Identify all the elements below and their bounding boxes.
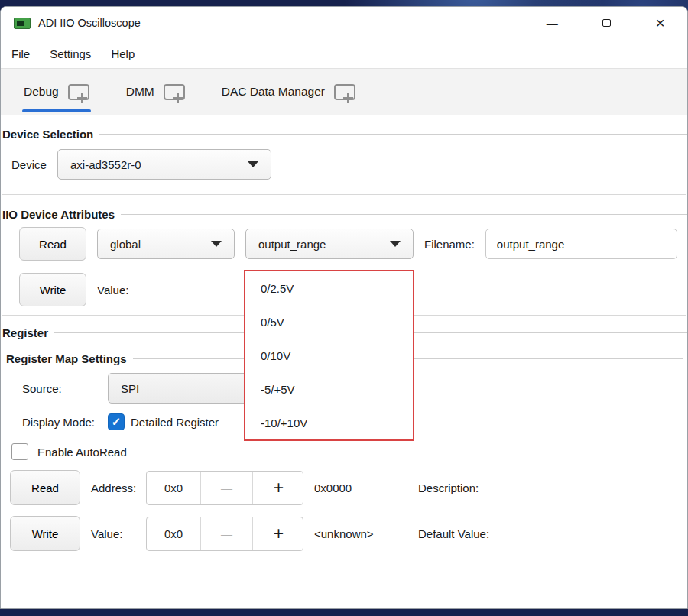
filename-label: Filename:	[424, 238, 475, 251]
minus-icon: —	[221, 527, 232, 540]
increment-button[interactable]: +	[252, 517, 304, 550]
window-controls: — ×	[525, 7, 687, 39]
output-range-dropdown-popup: 0/2.5V 0/5V 0/10V -5/+5V -10/+10V	[244, 270, 414, 441]
maximize-icon	[602, 19, 611, 27]
close-icon: ×	[656, 14, 665, 32]
caret-down-icon	[211, 241, 222, 247]
dropdown-option[interactable]: 0/10V	[245, 339, 413, 372]
register-read-button[interactable]: Read	[10, 470, 80, 505]
tab-dac-data-manager[interactable]: DAC Data Manager	[222, 69, 355, 115]
attr-name-dropdown[interactable]: output_range	[245, 229, 414, 259]
popout-plus-icon[interactable]	[164, 84, 185, 100]
address-label: Address:	[91, 481, 146, 494]
attr-name-value: output_range	[258, 238, 326, 251]
minimize-button[interactable]: —	[525, 7, 579, 39]
device-dropdown-value: axi-ad3552r-0	[70, 158, 141, 171]
address-value[interactable]: 0x0	[147, 472, 200, 504]
display-mode-label: Display Mode:	[22, 416, 102, 429]
register-read-row: Read Address: 0x0 — + 0x0000 Description…	[10, 470, 479, 505]
popout-plus-icon[interactable]	[334, 84, 355, 100]
source-label: Source:	[22, 382, 108, 395]
attr-category-dropdown[interactable]: global	[97, 229, 235, 259]
device-row: Device axi-ad3552r-0	[11, 148, 271, 181]
description-label: Description:	[418, 481, 479, 494]
decrement-button[interactable]: —	[200, 472, 252, 504]
decrement-button[interactable]: —	[200, 517, 252, 550]
register-write-button[interactable]: Write	[10, 516, 80, 551]
tab-dac-label: DAC Data Manager	[222, 85, 325, 99]
app-window: ADI IIO Oscilloscope — × File Settings H…	[0, 6, 688, 609]
menu-help[interactable]: Help	[111, 47, 135, 60]
attr-read-button[interactable]: Read	[19, 227, 86, 261]
attr-category-value: global	[110, 238, 141, 251]
device-dropdown[interactable]: axi-ad3552r-0	[57, 149, 271, 180]
plus-icon: +	[274, 478, 284, 498]
tab-debug[interactable]: Debug	[24, 69, 89, 115]
register-write-row: Write Value: 0x0 — + <unknown> Default V…	[10, 516, 489, 551]
close-button[interactable]: ×	[633, 7, 687, 39]
filename-input[interactable]	[485, 229, 677, 259]
increment-button[interactable]: +	[252, 472, 304, 504]
tab-debug-label: Debug	[24, 85, 59, 99]
attribute-write-row: Write Value:	[19, 273, 128, 306]
check-icon: ✓	[112, 415, 122, 429]
popout-plus-icon[interactable]	[68, 84, 89, 100]
app-icon	[14, 18, 31, 29]
value-display: <unknown>	[314, 527, 406, 540]
autoread-label: Enable AutoRead	[37, 446, 127, 459]
device-label: Device	[11, 158, 48, 171]
tab-bar: Debug DMM DAC Data Manager	[1, 68, 687, 115]
title-bar: ADI IIO Oscilloscope — ×	[1, 7, 687, 39]
attr-value-label: Value:	[97, 284, 128, 297]
minimize-icon: —	[547, 17, 558, 30]
menu-settings[interactable]: Settings	[50, 47, 91, 60]
dropdown-option[interactable]: 0/5V	[245, 305, 413, 339]
address-hex-display: 0x0000	[314, 481, 406, 494]
tab-dmm[interactable]: DMM	[126, 69, 185, 115]
display-mode-option-label: Detailed Register	[131, 416, 219, 429]
register-value-label: Value:	[91, 527, 146, 540]
tab-dmm-label: DMM	[126, 85, 154, 99]
default-value-label: Default Value:	[418, 527, 489, 540]
dropdown-option[interactable]: 0/2.5V	[245, 271, 413, 305]
address-stepper: 0x0 — +	[146, 471, 303, 505]
source-dropdown-value: SPI	[121, 382, 139, 395]
dropdown-option[interactable]: -5/+5V	[245, 372, 413, 406]
detailed-register-checkbox[interactable]: ✓	[108, 413, 125, 430]
attribute-read-row: Read global output_range Filename:	[19, 227, 677, 261]
menu-file[interactable]: File	[11, 47, 30, 60]
register-value[interactable]: 0x0	[147, 517, 200, 550]
minus-icon: —	[221, 481, 232, 494]
caret-down-icon	[248, 161, 258, 167]
maximize-button[interactable]	[579, 7, 634, 39]
display-mode-row: Display Mode: ✓ Detailed Register	[22, 413, 219, 431]
attr-write-button[interactable]: Write	[19, 273, 86, 306]
plus-icon: +	[274, 524, 284, 544]
menu-bar: File Settings Help	[1, 39, 687, 68]
autoread-checkbox[interactable]	[11, 443, 28, 460]
value-stepper: 0x0 — +	[146, 517, 303, 551]
window-title: ADI IIO Oscilloscope	[38, 17, 141, 29]
caret-down-icon	[390, 241, 401, 247]
dropdown-option[interactable]: -10/+10V	[245, 406, 413, 439]
autoread-row: Enable AutoRead	[11, 443, 127, 461]
